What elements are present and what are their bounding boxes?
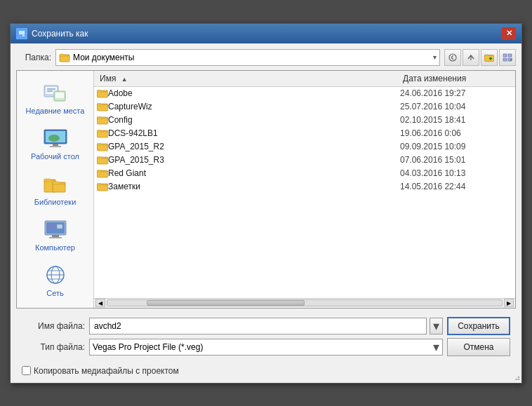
sidebar-recent-label: Недавние места	[26, 107, 85, 115]
file-name: Red Giant	[108, 168, 400, 178]
location-text: Мои документы	[73, 53, 430, 62]
file-list-header: Имя ▲ Дата изменения	[94, 71, 515, 87]
dialog-body: Папка: Мои документы ▾	[11, 43, 521, 383]
bottom-form: Имя файла: ▾ Сохранить Тип файла: Vegas …	[16, 313, 516, 360]
file-panel: Имя ▲ Дата изменения Adobe 24.06.2016 19…	[94, 71, 515, 308]
sidebar-item-desktop[interactable]: Рабочий стол	[17, 122, 93, 165]
filename-label: Имя файла:	[22, 321, 85, 331]
cancel-button[interactable]: Отмена	[447, 338, 510, 356]
sidebar-network-label: Сеть	[46, 289, 63, 297]
libraries-icon	[41, 172, 69, 196]
sidebar-item-recent[interactable]: Недавние места	[17, 76, 93, 119]
svg-rect-1	[19, 31, 25, 34]
folder-icon	[97, 102, 108, 111]
file-list: Adobe 24.06.2016 19:27 CaptureWiz 25.07.…	[94, 87, 515, 298]
file-name: CaptureWiz	[108, 102, 400, 111]
svg-point-4	[449, 54, 456, 61]
scrollbar-thumb[interactable]	[147, 300, 305, 306]
scroll-left-button[interactable]: ◀	[95, 299, 105, 307]
filetype-dropdown-arrow: ▾	[433, 341, 439, 353]
column-name[interactable]: Имя ▲	[97, 72, 400, 85]
sidebar-item-computer[interactable]: Компьютер	[17, 213, 93, 256]
svg-rect-18	[55, 93, 64, 98]
sidebar-item-network[interactable]: Сеть	[17, 259, 93, 302]
title-bar-left: Сохранить как	[16, 28, 88, 39]
file-row[interactable]: GPA_2015_R2 09.09.2015 10:09	[94, 140, 515, 154]
filename-input[interactable]	[89, 318, 427, 334]
save-dialog: Сохранить как ✕ Папка: Мои документы ▾	[10, 23, 522, 384]
file-name: Adobe	[108, 88, 400, 98]
filetype-input-wrap: Vegas Pro Project File (*.veg) ▾	[89, 339, 443, 356]
save-button[interactable]: Сохранить	[447, 317, 510, 335]
filename-row: Имя файла: ▾ Сохранить	[22, 317, 510, 335]
filetype-row: Тип файла: Vegas Pro Project File (*.veg…	[22, 338, 510, 356]
toolbar-row: Папка: Мои документы ▾	[16, 49, 516, 66]
file-row[interactable]: Red Giant 04.03.2016 10:13	[94, 167, 515, 180]
file-row[interactable]: GPA_2015_R3 07.06.2016 15:01	[94, 154, 515, 167]
svg-rect-9	[503, 54, 507, 57]
svg-rect-11	[503, 58, 507, 61]
file-date: 04.03.2016 10:13	[400, 168, 512, 178]
file-row[interactable]: Adobe 24.06.2016 19:27	[94, 87, 515, 100]
svg-rect-29	[49, 237, 62, 238]
sidebar-item-libraries[interactable]: Библиотеки	[17, 168, 93, 210]
network-icon	[41, 263, 69, 287]
scrollbar-track[interactable]	[107, 299, 503, 306]
filetype-text: Vegas Pro Project File (*.veg)	[93, 342, 433, 352]
file-date: 14.05.2016 22:44	[400, 182, 512, 191]
copy-media-label[interactable]: Копировать медиафайлы с проектом	[34, 366, 179, 376]
svg-rect-30	[57, 224, 62, 229]
title-text: Сохранить как	[32, 29, 88, 39]
folder-icon	[97, 182, 108, 191]
file-date: 19.06.2016 0:06	[400, 128, 512, 138]
up-button[interactable]	[463, 49, 479, 66]
folder-icon	[97, 128, 108, 138]
back-button[interactable]	[444, 49, 461, 66]
sidebar-desktop-label: Рабочий стол	[31, 152, 79, 161]
file-row[interactable]: CaptureWiz 25.07.2016 10:04	[94, 100, 515, 114]
folder-location-icon	[59, 52, 70, 63]
close-button[interactable]: ✕	[502, 27, 516, 40]
file-name: Config	[108, 115, 400, 125]
title-bar: Сохранить как ✕	[11, 24, 521, 43]
svg-rect-10	[508, 54, 512, 57]
file-name: GPA_2015_R2	[108, 142, 400, 151]
svg-rect-22	[53, 144, 58, 146]
file-date: 09.09.2015 10:09	[400, 142, 512, 151]
svg-rect-2	[22, 34, 25, 36]
view-options-button[interactable]	[499, 49, 516, 66]
file-name: DCS-942LB1	[108, 128, 400, 138]
svg-rect-28	[52, 235, 59, 237]
svg-rect-31	[48, 224, 55, 230]
svg-rect-15	[47, 88, 55, 90]
checkbox-row: Копировать медиафайлы с проектом	[16, 365, 516, 377]
sidebar-computer-label: Компьютер	[35, 243, 75, 252]
dialog-icon	[16, 28, 27, 39]
copy-media-checkbox[interactable]	[22, 366, 31, 375]
toolbar-buttons	[444, 49, 516, 66]
file-name: Заметки	[108, 182, 400, 191]
file-name: GPA_2015_R3	[108, 155, 400, 165]
folder-icon	[97, 142, 108, 151]
sort-arrow: ▲	[121, 76, 128, 83]
filetype-combo[interactable]: Vegas Pro Project File (*.veg) ▾	[89, 339, 443, 356]
location-combo[interactable]: Мои документы ▾	[55, 49, 440, 66]
scroll-right-button[interactable]: ▶	[504, 299, 514, 307]
horizontal-scrollbar[interactable]: ◀ ▶	[94, 298, 515, 308]
file-row[interactable]: DCS-942LB1 19.06.2016 0:06	[94, 127, 515, 140]
folder-label: Папка:	[16, 53, 51, 62]
svg-rect-23	[50, 146, 61, 147]
file-row[interactable]: Заметки 14.05.2016 22:44	[94, 180, 515, 194]
filename-input-wrap: ▾	[89, 318, 443, 334]
filename-dropdown-button[interactable]: ▾	[430, 318, 443, 334]
folder-icon	[97, 155, 108, 165]
folder-icon	[97, 115, 108, 125]
desktop-icon	[41, 126, 69, 151]
folder-icon	[97, 168, 108, 178]
file-date: 07.06.2016 15:01	[400, 155, 512, 165]
new-folder-button[interactable]	[481, 49, 498, 66]
file-row[interactable]: Config 02.10.2015 18:41	[94, 114, 515, 127]
sidebar: Недавние места Рабочий стол	[17, 71, 94, 308]
resize-handle[interactable]: ⊿	[514, 374, 520, 381]
location-dropdown-arrow: ▾	[433, 53, 437, 61]
